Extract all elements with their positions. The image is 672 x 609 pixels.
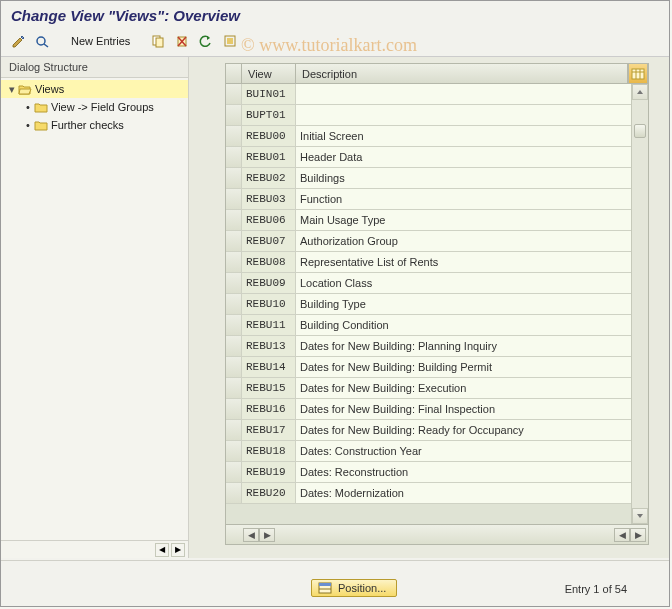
- cell-view[interactable]: REBU01: [242, 147, 296, 167]
- cell-description[interactable]: Initial Screen: [296, 126, 648, 146]
- table-row[interactable]: REBU13Dates for New Building: Planning I…: [226, 336, 648, 357]
- row-selector[interactable]: [226, 441, 242, 461]
- cell-view[interactable]: REBU11: [242, 315, 296, 335]
- new-entries-button[interactable]: New Entries: [67, 35, 134, 47]
- table-row[interactable]: REBU10Building Type: [226, 294, 648, 315]
- tree-node-further-checks[interactable]: • Further checks: [1, 116, 188, 134]
- cell-view[interactable]: REBU16: [242, 399, 296, 419]
- vertical-scrollbar[interactable]: [631, 84, 648, 524]
- cell-view[interactable]: BUIN01: [242, 84, 296, 104]
- cell-description[interactable]: Dates: Modernization: [296, 483, 648, 503]
- row-selector[interactable]: [226, 273, 242, 293]
- row-selector[interactable]: [226, 420, 242, 440]
- cell-view[interactable]: REBU17: [242, 420, 296, 440]
- row-selector[interactable]: [226, 315, 242, 335]
- cell-description[interactable]: Dates for New Building: Ready for Occupa…: [296, 420, 648, 440]
- scroll-left-icon[interactable]: ◀: [614, 528, 630, 542]
- cell-view[interactable]: REBU20: [242, 483, 296, 503]
- cell-view[interactable]: REBU18: [242, 441, 296, 461]
- other-entry-icon[interactable]: [33, 32, 53, 50]
- cell-view[interactable]: REBU09: [242, 273, 296, 293]
- table-row[interactable]: REBU16Dates for New Building: Final Insp…: [226, 399, 648, 420]
- table-row[interactable]: REBU06Main Usage Type: [226, 210, 648, 231]
- col-header-description[interactable]: Description: [296, 64, 628, 83]
- cell-description[interactable]: Dates: Reconstruction: [296, 462, 648, 482]
- row-selector-header[interactable]: [226, 64, 242, 83]
- cell-description[interactable]: Dates for New Building: Planning Inquiry: [296, 336, 648, 356]
- cell-view[interactable]: BUPT01: [242, 105, 296, 125]
- copy-as-icon[interactable]: [148, 32, 168, 50]
- undo-change-icon[interactable]: [196, 32, 216, 50]
- cell-description[interactable]: Authorization Group: [296, 231, 648, 251]
- table-row[interactable]: REBU03Function: [226, 189, 648, 210]
- row-selector[interactable]: [226, 252, 242, 272]
- scroll-down-icon[interactable]: [632, 508, 648, 524]
- col-header-view[interactable]: View: [242, 64, 296, 83]
- table-row[interactable]: REBU09Location Class: [226, 273, 648, 294]
- cell-view[interactable]: REBU08: [242, 252, 296, 272]
- scroll-right-icon[interactable]: ▶: [259, 528, 275, 542]
- cell-description[interactable]: Location Class: [296, 273, 648, 293]
- row-selector[interactable]: [226, 462, 242, 482]
- scroll-right-icon[interactable]: ▶: [630, 528, 646, 542]
- cell-view[interactable]: REBU00: [242, 126, 296, 146]
- table-row[interactable]: REBU17Dates for New Building: Ready for …: [226, 420, 648, 441]
- cell-description[interactable]: Buildings: [296, 168, 648, 188]
- cell-description[interactable]: Dates for New Building: Execution: [296, 378, 648, 398]
- select-all-icon[interactable]: [220, 32, 240, 50]
- table-settings-icon[interactable]: [628, 64, 648, 83]
- row-selector[interactable]: [226, 378, 242, 398]
- cell-view[interactable]: REBU14: [242, 357, 296, 377]
- cell-view[interactable]: REBU19: [242, 462, 296, 482]
- toggle-display-change-icon[interactable]: [9, 32, 29, 50]
- row-selector[interactable]: [226, 126, 242, 146]
- cell-description[interactable]: Dates for New Building: Building Permit: [296, 357, 648, 377]
- row-selector[interactable]: [226, 189, 242, 209]
- table-row[interactable]: REBU20Dates: Modernization: [226, 483, 648, 504]
- tree-node-views[interactable]: ▾ Views: [1, 80, 188, 98]
- table-row[interactable]: REBU19Dates: Reconstruction: [226, 462, 648, 483]
- tree-node-field-groups[interactable]: • View -> Field Groups: [1, 98, 188, 116]
- cell-view[interactable]: REBU06: [242, 210, 296, 230]
- tree-expand-icon[interactable]: ▾: [7, 83, 17, 96]
- cell-description[interactable]: Function: [296, 189, 648, 209]
- table-row[interactable]: REBU08Representative List of Rents: [226, 252, 648, 273]
- table-row[interactable]: BUPT01: [226, 105, 648, 126]
- table-row[interactable]: REBU18Dates: Construction Year: [226, 441, 648, 462]
- row-selector[interactable]: [226, 294, 242, 314]
- row-selector[interactable]: [226, 357, 242, 377]
- row-selector[interactable]: [226, 84, 242, 104]
- row-selector[interactable]: [226, 210, 242, 230]
- cell-description[interactable]: Dates for New Building: Final Inspection: [296, 399, 648, 419]
- delete-icon[interactable]: [172, 32, 192, 50]
- table-row[interactable]: REBU02Buildings: [226, 168, 648, 189]
- scrollbar-thumb[interactable]: [634, 124, 646, 138]
- scroll-right-icon[interactable]: ▶: [171, 543, 185, 557]
- row-selector[interactable]: [226, 168, 242, 188]
- row-selector[interactable]: [226, 483, 242, 503]
- row-selector[interactable]: [226, 105, 242, 125]
- cell-description[interactable]: [296, 105, 648, 125]
- position-button[interactable]: Position...: [311, 579, 397, 597]
- scroll-up-icon[interactable]: [632, 84, 648, 100]
- scroll-left-icon[interactable]: ◀: [243, 528, 259, 542]
- cell-view[interactable]: REBU02: [242, 168, 296, 188]
- table-row[interactable]: BUIN01: [226, 84, 648, 105]
- table-row[interactable]: REBU11Building Condition: [226, 315, 648, 336]
- cell-view[interactable]: REBU03: [242, 189, 296, 209]
- cell-description[interactable]: Building Condition: [296, 315, 648, 335]
- table-row[interactable]: REBU00Initial Screen: [226, 126, 648, 147]
- cell-description[interactable]: Representative List of Rents: [296, 252, 648, 272]
- cell-view[interactable]: REBU13: [242, 336, 296, 356]
- cell-description[interactable]: Main Usage Type: [296, 210, 648, 230]
- scroll-left-icon[interactable]: ◀: [155, 543, 169, 557]
- table-row[interactable]: REBU15Dates for New Building: Execution: [226, 378, 648, 399]
- row-selector[interactable]: [226, 399, 242, 419]
- table-row[interactable]: REBU01Header Data: [226, 147, 648, 168]
- cell-view[interactable]: REBU15: [242, 378, 296, 398]
- row-selector[interactable]: [226, 231, 242, 251]
- cell-description[interactable]: [296, 84, 648, 104]
- cell-description[interactable]: Dates: Construction Year: [296, 441, 648, 461]
- cell-description[interactable]: Header Data: [296, 147, 648, 167]
- row-selector[interactable]: [226, 147, 242, 167]
